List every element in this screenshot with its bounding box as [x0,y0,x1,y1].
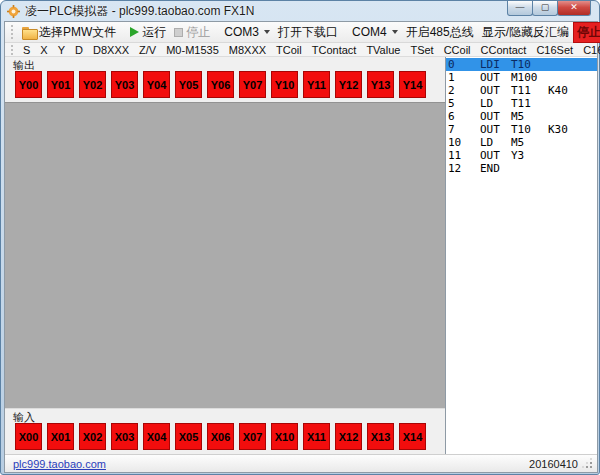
register-tab-x[interactable]: X [35,44,52,56]
app-window: 凌一PLC模拟器 - plc999.taobao.com FX1N — ▢ ✕ … [0,0,600,475]
input-button-x04[interactable]: X04 [143,423,170,450]
com-download-select[interactable]: COM3 [220,24,274,40]
plc-canvas [5,102,445,409]
chevron-down-icon [392,30,398,34]
input-button-x14[interactable]: X14 [399,423,426,450]
toggle-disassembly-button[interactable]: 显示/隐藏反汇编 [478,23,573,42]
version-date: 20160410 [529,458,578,470]
register-tab-ccontact[interactable]: CContact [476,44,532,56]
register-tab-y[interactable]: Y [53,44,70,56]
app-icon [7,5,20,18]
output-button-y03[interactable]: Y03 [111,71,138,98]
program-row[interactable]: 11OUTY3 [446,149,597,162]
program-row[interactable]: 2OUTT11K40 [446,84,597,97]
register-tab-d[interactable]: D [70,44,88,56]
output-button-y07[interactable]: Y07 [239,71,266,98]
output-button-y01[interactable]: Y01 [47,71,74,98]
output-button-y12[interactable]: Y12 [335,71,362,98]
com-485-select[interactable]: COM4 [348,24,402,40]
input-button-x12[interactable]: X12 [335,423,362,450]
program-row[interactable]: 5LDT11 [446,97,597,110]
register-tab-tvalue[interactable]: TValue [361,44,405,56]
program-list: 0LDIT10 1OUTM100 2OUTT11K40 5LDT11 6OUTM… [445,57,597,454]
program-row[interactable]: 10LDM5 [446,136,597,149]
toolbar-grip [11,45,14,55]
io-panel: 输出 Y00 Y01 Y02 Y03 Y04 Y05 Y06 Y07 Y10 Y… [5,57,445,454]
chevron-down-icon [264,30,270,34]
select-pmw-file-button[interactable]: 选择PMW文件 [18,23,120,42]
input-buttons: X00 X01 X02 X03 X04 X05 X06 X07 X10 X11 … [5,422,445,454]
toolbar: 选择PMW文件 运行 停止 COM3 打开下载口 COM4 [5,22,597,43]
input-button-x01[interactable]: X01 [47,423,74,450]
register-tab-tcoil[interactable]: TCoil [271,44,307,56]
register-tab-c16set[interactable]: C16Set [531,44,578,56]
output-button-y05[interactable]: Y05 [175,71,202,98]
close-button[interactable]: ✕ [557,1,591,16]
output-button-y10[interactable]: Y10 [271,71,298,98]
folder-icon [22,27,36,38]
program-row[interactable]: 0LDIT10 [446,58,597,71]
output-button-y06[interactable]: Y06 [207,71,234,98]
resize-grip[interactable] [583,459,593,469]
play-icon [130,27,139,37]
register-tab-s[interactable]: S [18,44,35,56]
input-button-x02[interactable]: X02 [79,423,106,450]
register-tab-m8xxx[interactable]: M8XXX [224,44,271,56]
register-tab-zv[interactable]: Z/V [134,44,161,56]
input-button-x13[interactable]: X13 [367,423,394,450]
register-tab-tcontact[interactable]: TContact [307,44,362,56]
register-tabs: S X Y D D8XXX Z/V M0-M1535 M8XXX TCoil T… [5,43,597,57]
open-download-port-button[interactable]: 打开下载口 [274,23,342,42]
input-button-x05[interactable]: X05 [175,423,202,450]
output-button-y00[interactable]: Y00 [15,71,42,98]
minimize-button[interactable]: — [507,1,533,16]
open-485-bus-button[interactable]: 开启485总线 [402,23,478,42]
input-button-x00[interactable]: X00 [15,423,42,450]
input-button-x03[interactable]: X03 [111,423,138,450]
register-tab-c16value[interactable]: C16Value [578,44,600,56]
input-button-x06[interactable]: X06 [207,423,234,450]
register-tab-ccoil[interactable]: CCoil [439,44,476,56]
program-row[interactable]: 6OUTM5 [446,110,597,123]
stop-icon [174,28,183,37]
output-button-y13[interactable]: Y13 [367,71,394,98]
output-button-y02[interactable]: Y02 [79,71,106,98]
register-tab-d8xxx[interactable]: D8XXX [88,44,134,56]
stop-button-disabled[interactable]: 停止 [170,23,214,42]
output-button-y14[interactable]: Y14 [399,71,426,98]
taobao-link[interactable]: plc999.taobao.com [13,458,106,470]
run-button[interactable]: 运行 [126,23,170,42]
input-button-x11[interactable]: X11 [303,423,330,450]
maximize-button[interactable]: ▢ [532,1,558,16]
output-button-y11[interactable]: Y11 [303,71,330,98]
program-row[interactable]: 1OUTM100 [446,71,597,84]
output-button-y04[interactable]: Y04 [143,71,170,98]
toolbar-grip [11,25,14,39]
window-title: 凌一PLC模拟器 - plc999.taobao.com FX1N [25,3,254,20]
stop-active-button[interactable]: 停止 [573,22,600,43]
register-tab-m0-m1535[interactable]: M0-M1535 [161,44,224,56]
register-tab-tset[interactable]: TSet [405,44,438,56]
output-label: 输出 [5,57,445,70]
input-button-x10[interactable]: X10 [271,423,298,450]
input-button-x07[interactable]: X07 [239,423,266,450]
status-bar: plc999.taobao.com 20160410 [5,454,597,472]
input-label: 输入 [5,409,445,422]
window-controls: — ▢ ✕ [508,1,591,16]
program-row[interactable]: 7OUTT10K30 [446,123,597,136]
output-buttons: Y00 Y01 Y02 Y03 Y04 Y05 Y06 Y07 Y10 Y11 … [5,70,445,102]
program-row[interactable]: 12END [446,162,597,175]
